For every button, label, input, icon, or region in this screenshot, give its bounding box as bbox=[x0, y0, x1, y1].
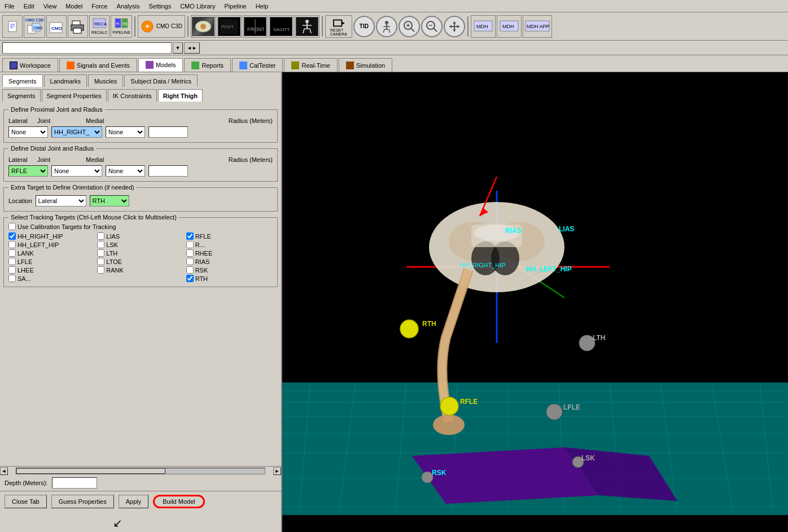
lateral-select-prox[interactable]: None bbox=[8, 126, 48, 138]
seg-tab-segment-properties[interactable]: Segment Properties bbox=[42, 89, 107, 102]
checkbox-lfle[interactable] bbox=[8, 258, 16, 265]
target-rank: RANK bbox=[97, 266, 183, 274]
menu-cmo-library[interactable]: CMO Library bbox=[176, 2, 220, 11]
tab-workspace[interactable]: Workspace bbox=[2, 58, 58, 72]
checkbox-lhee[interactable] bbox=[8, 266, 16, 274]
medial-select-prox[interactable]: None bbox=[106, 126, 145, 138]
target-hh-left-hip: HH_LEFT_HIP bbox=[8, 241, 95, 248]
cmo-button[interactable]: CMO bbox=[46, 15, 67, 38]
dropdown-arrow-button[interactable]: ▼ bbox=[173, 42, 183, 54]
sub-tab-landmarks[interactable]: Landmarks bbox=[44, 74, 87, 87]
checkbox-rfle[interactable] bbox=[186, 232, 194, 240]
checkbox-rth[interactable] bbox=[186, 275, 194, 282]
apply-button[interactable]: Apply bbox=[119, 495, 149, 508]
zoom-in-button[interactable] bbox=[399, 16, 420, 37]
recalc-button[interactable]: RECALC RECALC bbox=[89, 15, 110, 38]
print-button[interactable] bbox=[68, 15, 88, 38]
sub-tab-segments[interactable]: Segments bbox=[2, 74, 43, 87]
mdh2-button[interactable]: MDH bbox=[497, 15, 522, 38]
menu-force[interactable]: Force bbox=[87, 2, 112, 11]
menu-pipeline[interactable]: Pipeline bbox=[220, 2, 251, 11]
sub-tab-subject-data[interactable]: Subject Data / Metrics bbox=[124, 74, 198, 87]
seg-tab-segments[interactable]: Segments bbox=[2, 89, 41, 102]
tab-reports[interactable]: Reports bbox=[184, 58, 231, 72]
cmo-c3d-button[interactable]: CMO C3D CMO bbox=[24, 15, 45, 38]
tab-signals[interactable]: Signals and Events bbox=[59, 58, 137, 72]
mdh1-button[interactable]: MDH bbox=[471, 15, 496, 38]
target-lfle: LFLE bbox=[8, 258, 95, 265]
checkbox-r-col4[interactable] bbox=[186, 241, 194, 248]
mdh-append-button[interactable]: MDH APPEND bbox=[523, 15, 552, 38]
tab-realtime[interactable]: Real-Time bbox=[284, 58, 337, 72]
location-label: Location bbox=[8, 197, 32, 204]
seg-tab-right-thigh[interactable]: Right Thigh bbox=[158, 89, 203, 102]
tab-simulation[interactable]: Simulation bbox=[339, 58, 392, 72]
scroll-left-button[interactable]: ◄ bbox=[0, 467, 8, 475]
model-builder-post-button[interactable]: POST bbox=[217, 15, 242, 38]
zoom-out-button[interactable] bbox=[421, 16, 443, 37]
checkbox-lth[interactable] bbox=[97, 249, 104, 257]
nav-button[interactable]: ◄► bbox=[184, 42, 200, 54]
distal-inputs-row: RFLE None None 0.5"Right_Knee_ bbox=[8, 165, 273, 177]
model-builder-realtime-button[interactable] bbox=[191, 15, 216, 38]
menu-edit[interactable]: Edit bbox=[19, 2, 39, 11]
lateral-select-dist[interactable]: RFLE bbox=[8, 165, 48, 177]
joint-select-dist[interactable]: None bbox=[51, 165, 102, 177]
move-button[interactable] bbox=[444, 16, 465, 37]
target-select[interactable]: RTH LTH RFLE bbox=[90, 195, 129, 206]
sub-tab-muscles[interactable]: Muscles bbox=[88, 74, 123, 87]
checkbox-hh-left-hip[interactable] bbox=[8, 241, 16, 248]
joint-select-prox[interactable]: HH_RIGHT_ bbox=[51, 126, 102, 138]
radius-label-dist: Radius (Meters) bbox=[229, 156, 273, 163]
radius-input-prox[interactable]: .089 bbox=[148, 126, 188, 138]
location-select[interactable]: Lateral Medial Superior Inferior bbox=[36, 195, 86, 206]
guess-properties-button[interactable]: Guess Properties bbox=[51, 495, 114, 508]
proximal-joint-fieldset: Define Proximal Joint and Radius Lateral… bbox=[3, 106, 278, 143]
checkbox-rank[interactable] bbox=[97, 266, 104, 274]
menu-analysis[interactable]: Analysis bbox=[112, 2, 144, 11]
checkbox-hh-right-hip[interactable] bbox=[8, 232, 16, 240]
menu-help[interactable]: Help bbox=[251, 2, 273, 11]
frontal-button[interactable]: FRONTAL bbox=[243, 15, 268, 38]
checkbox-sa-col4[interactable] bbox=[8, 275, 16, 282]
svg-text:PE: PE bbox=[122, 22, 128, 26]
svg-line-42 bbox=[389, 29, 390, 33]
create-new-model-button[interactable]: ✦ CMO C3D bbox=[138, 15, 185, 38]
toolbar-divider-2 bbox=[187, 16, 189, 37]
checkbox-lank[interactable] bbox=[8, 249, 16, 257]
reset-camera-button[interactable]: RESETCAMERA bbox=[325, 15, 352, 38]
menu-settings[interactable]: Settings bbox=[144, 2, 176, 11]
new-doc-button[interactable] bbox=[2, 15, 23, 38]
tid-button[interactable]: TID bbox=[353, 16, 375, 37]
svg-text:MDH: MDH bbox=[476, 24, 488, 29]
tab-models[interactable]: Models bbox=[138, 58, 183, 72]
menu-view[interactable]: View bbox=[39, 2, 62, 11]
person-button[interactable] bbox=[376, 16, 397, 37]
checkbox-rhee[interactable] bbox=[186, 249, 194, 257]
animation-button[interactable] bbox=[295, 15, 319, 38]
checkbox-lias[interactable] bbox=[97, 232, 104, 240]
svg-line-44 bbox=[411, 28, 414, 32]
workspace-icon bbox=[10, 61, 17, 69]
scroll-track[interactable] bbox=[16, 468, 265, 474]
pipeline-button[interactable]: PIPE PIPELINE bbox=[111, 15, 132, 38]
medial-select-dist[interactable]: None bbox=[106, 165, 145, 177]
radius-input-dist[interactable]: 0.5"Right_Knee_ bbox=[148, 165, 188, 177]
sagittal-button[interactable]: SAGITTAL bbox=[269, 15, 294, 38]
menu-model[interactable]: Model bbox=[61, 2, 87, 11]
file-path-input[interactable]: Normal Static no KAD trial.c3d bbox=[2, 42, 172, 54]
checkbox-rsk[interactable] bbox=[186, 266, 194, 274]
scroll-right-button[interactable]: ► bbox=[273, 467, 281, 475]
tab-caltester[interactable]: CalTester bbox=[232, 58, 283, 72]
menu-file[interactable]: File bbox=[0, 2, 19, 11]
seg-tab-ik-constraints[interactable]: IK Constraints bbox=[108, 89, 157, 102]
build-model-button[interactable]: Build Model bbox=[153, 495, 204, 508]
checkbox-rias[interactable] bbox=[186, 258, 194, 265]
checkbox-lsk[interactable] bbox=[97, 241, 104, 248]
checkbox-ltoe[interactable] bbox=[97, 258, 104, 265]
use-calibration-checkbox[interactable] bbox=[8, 223, 16, 230]
3d-svg: RIAS LIAS HH_LEFT_HIP HH_RIGHT_HIP RTH L… bbox=[282, 72, 788, 532]
close-tab-button[interactable]: Close Tab bbox=[5, 495, 47, 508]
depth-input[interactable] bbox=[52, 477, 97, 489]
target-lhee: LHEE bbox=[8, 266, 95, 274]
